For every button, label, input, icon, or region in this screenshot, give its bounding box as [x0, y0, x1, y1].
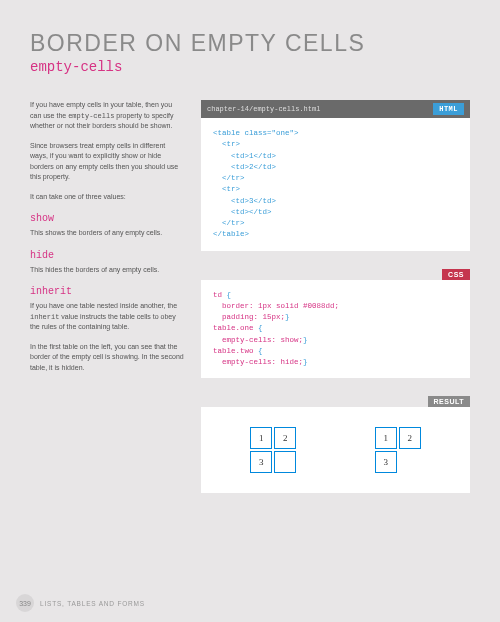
values-intro: It can take one of three values: [30, 192, 185, 203]
result-box: 12 3 12 3 [201, 407, 470, 493]
value-hide-desc: This hides the borders of any empty cell… [30, 265, 185, 276]
page-subtitle: empty-cells [30, 59, 470, 75]
page-footer: 339 LISTS, TABLES AND FORMS [16, 594, 145, 612]
value-inherit-desc: If you have one table nested inside anot… [30, 301, 185, 333]
page-title: BORDER ON EMPTY CELLS [30, 30, 470, 57]
value-hide-label: hide [30, 248, 185, 263]
value-show-label: show [30, 211, 185, 226]
value-show-desc: This shows the borders of any empty cell… [30, 228, 185, 239]
result-badge: RESULT [428, 396, 470, 407]
html-code-box: <table class="one"> <tr> <td>1</td> <td>… [201, 118, 470, 251]
intro-paragraph: If you have empty cells in your table, t… [30, 100, 185, 132]
page-number: 339 [16, 594, 34, 612]
demo-table-hide: 12 3 [373, 425, 423, 475]
final-note: In the first table on the left, you can … [30, 342, 185, 374]
value-inherit-label: inherit [30, 284, 185, 299]
file-path: chapter-14/empty-cells.html [207, 105, 320, 113]
html-badge: HTML [433, 103, 464, 115]
demo-table-show: 12 3 [248, 425, 298, 475]
section-name: LISTS, TABLES AND FORMS [40, 600, 145, 607]
html-code-header: chapter-14/empty-cells.html HTML [201, 100, 470, 118]
description-column: If you have empty cells in your table, t… [30, 100, 185, 493]
css-badge: CSS [442, 269, 470, 280]
css-code-box: td { border: 1px solid #0088dd; padding:… [201, 280, 470, 379]
examples-column: chapter-14/empty-cells.html HTML <table … [201, 100, 470, 493]
browser-note: Since browsers treat empty cells in diff… [30, 141, 185, 183]
